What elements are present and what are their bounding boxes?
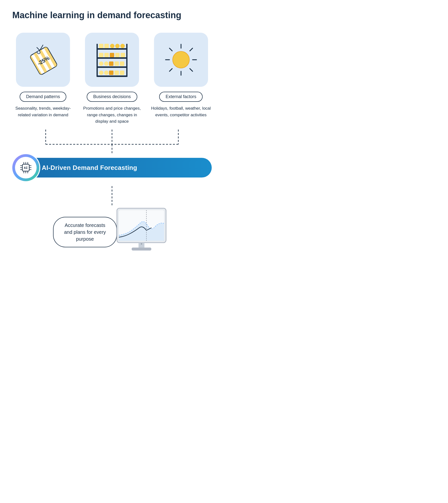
svg-rect-26 <box>114 62 119 66</box>
svg-point-13 <box>110 44 114 48</box>
svg-rect-33 <box>120 70 124 75</box>
svg-point-15 <box>120 44 125 48</box>
demand-patterns-desc: Seasonality, trends, weekday-related var… <box>12 105 74 118</box>
svg-rect-16 <box>97 57 127 59</box>
svg-rect-18 <box>104 53 109 57</box>
external-factors-icon-box <box>154 33 208 87</box>
svg-rect-12 <box>104 44 109 48</box>
svg-line-41 <box>190 68 192 71</box>
svg-rect-32 <box>114 70 119 75</box>
ai-banner-title: AI-Driven Demand Forecasting <box>42 164 137 172</box>
svg-rect-10 <box>97 48 127 50</box>
monitor-wrap <box>112 206 171 258</box>
svg-point-24 <box>104 62 109 66</box>
output-section: Accurate forecasts and plans for every p… <box>12 206 212 258</box>
svg-rect-28 <box>97 75 127 77</box>
ai-inner-circle: AI <box>15 157 37 179</box>
svg-rect-35 <box>126 44 128 77</box>
ai-chip-icon: AI <box>18 160 33 175</box>
svg-line-9 <box>37 48 40 50</box>
card-external-factors: External factors Holidays, football, wea… <box>150 33 212 125</box>
business-decisions-icon-box <box>85 33 139 87</box>
svg-rect-25 <box>109 62 113 66</box>
ai-banner-section: AI AI-Driven Demand Forecasting <box>12 154 212 181</box>
svg-rect-22 <box>97 66 127 68</box>
svg-point-14 <box>115 44 120 48</box>
card-business-decisions: Business decisions Promotions and price … <box>81 33 143 125</box>
svg-rect-31 <box>109 70 113 75</box>
card-demand-patterns: -25% Demand patterns Seasonality, trends… <box>12 33 74 125</box>
svg-point-44 <box>173 51 189 68</box>
ai-circle: AI <box>12 154 39 181</box>
svg-text:AI: AI <box>24 166 28 170</box>
svg-rect-70 <box>132 248 151 251</box>
svg-rect-27 <box>120 62 124 66</box>
monitor-icon <box>112 206 171 257</box>
svg-rect-21 <box>121 53 125 57</box>
demand-patterns-badge: Demand patterns <box>20 92 66 102</box>
svg-rect-34 <box>96 44 98 77</box>
svg-point-23 <box>99 62 103 66</box>
business-decisions-badge: Business decisions <box>87 92 137 102</box>
svg-rect-19 <box>110 53 114 57</box>
svg-line-43 <box>169 68 172 71</box>
svg-point-71 <box>141 243 142 245</box>
business-decisions-desc: Promotions and price changes, range chan… <box>81 105 143 125</box>
connector-svg-top <box>12 130 212 154</box>
shelves-icon <box>94 41 130 78</box>
svg-line-42 <box>190 48 192 51</box>
page-title: Machine learning in demand forecasting <box>12 10 212 20</box>
svg-rect-17 <box>99 53 103 57</box>
demand-patterns-icon-box: -25% <box>16 33 70 87</box>
svg-rect-20 <box>115 53 120 57</box>
connector-lines-top <box>12 130 212 154</box>
sun-icon <box>163 41 199 78</box>
svg-line-40 <box>169 48 172 51</box>
cards-section: -25% Demand patterns Seasonality, trends… <box>12 33 212 125</box>
external-factors-desc: Holidays, football, weather, local event… <box>150 105 212 118</box>
connector-svg-bottom <box>100 186 124 206</box>
price-tag-icon: -25% <box>27 43 59 77</box>
ai-banner: AI-Driven Demand Forecasting <box>27 158 212 178</box>
svg-point-30 <box>104 70 109 75</box>
forecast-badge: Accurate forecasts and plans for every p… <box>53 217 117 247</box>
external-factors-badge: External factors <box>159 92 203 102</box>
svg-rect-11 <box>99 44 103 48</box>
svg-point-29 <box>99 70 103 75</box>
connector-lines-bottom <box>12 186 212 206</box>
